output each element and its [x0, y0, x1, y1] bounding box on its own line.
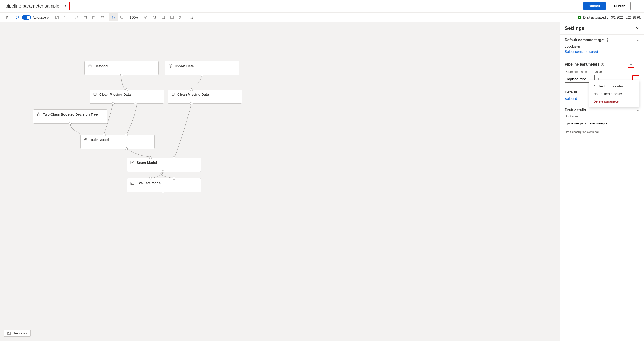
svg-point-14	[172, 93, 174, 94]
params-section: Pipeline parameters i ⌄ Parameter name V…	[560, 58, 644, 87]
save-icon[interactable]	[53, 14, 62, 21]
undo-icon[interactable]	[62, 14, 70, 21]
library-icon[interactable]	[2, 14, 11, 21]
draft-desc-input[interactable]	[565, 135, 639, 146]
header-left: pipeline parameter sample	[6, 2, 70, 10]
chevron-down-icon[interactable]: ⌄	[637, 108, 639, 112]
navigator-button[interactable]: Navigator	[4, 330, 30, 337]
svg-point-11	[88, 64, 91, 65]
node-clean-1[interactable]: Clean Missing Data	[90, 90, 164, 104]
settings-panel: Settings ✕ Default compute target i ⌄ cp…	[560, 22, 644, 341]
database-icon	[88, 64, 92, 68]
status-success-icon	[578, 16, 582, 19]
svg-text:1:1: 1:1	[171, 17, 174, 18]
clean-icon	[171, 92, 175, 96]
submit-button[interactable]: Submit	[584, 2, 606, 10]
toolbar: Autosave on 100% ⌄ 1:1 Draft autosaved o…	[0, 12, 644, 22]
node-two-class-tree[interactable]: Two-Class Boosted Decision Tree	[33, 110, 107, 124]
popup-delete-param[interactable]: Delete parameter	[589, 98, 640, 105]
draft-section: Draft details ⌄ Draft name Draft descrip…	[560, 105, 644, 151]
node-label: Dataset1	[94, 64, 109, 68]
clean-icon	[93, 92, 97, 96]
info-icon[interactable]: i	[601, 63, 604, 66]
navigator-label: Navigator	[12, 331, 27, 335]
pan-icon[interactable]	[109, 14, 118, 21]
publish-button[interactable]: Publish	[609, 2, 630, 10]
draft-name-input[interactable]	[565, 119, 639, 127]
datastore-title: Default	[565, 90, 577, 94]
node-label: Train Model	[90, 138, 109, 142]
info-icon[interactable]: i	[606, 38, 609, 42]
svg-rect-2	[93, 16, 95, 19]
settings-gear-highlight[interactable]	[62, 2, 70, 10]
param-name-label: Parameter name	[565, 70, 592, 74]
fit-icon[interactable]	[159, 14, 168, 21]
svg-point-18	[84, 138, 87, 141]
svg-rect-7	[162, 16, 165, 18]
auto-layout-icon[interactable]	[176, 14, 185, 21]
svg-point-10	[190, 16, 192, 18]
evaluate-icon	[130, 181, 134, 185]
zoom-chevron[interactable]: ⌄	[139, 16, 142, 19]
canvas[interactable]: Dataset1 Import Data Clean Missing Data …	[0, 22, 560, 341]
select-icon[interactable]	[118, 14, 126, 21]
plus-icon	[629, 62, 633, 66]
node-label: Score Model	[136, 160, 157, 164]
actual-size-icon[interactable]: 1:1	[168, 14, 176, 21]
toolbar-left: Autosave on 100% ⌄ 1:1	[2, 14, 196, 21]
autosave-toggle[interactable]	[22, 15, 31, 20]
navigator-icon	[7, 332, 11, 335]
header-right: Submit Publish ···	[584, 2, 638, 10]
add-parameter-button[interactable]	[628, 61, 634, 68]
more-icon[interactable]: ···	[634, 4, 638, 8]
node-score-model[interactable]: Score Model	[127, 158, 201, 172]
param-value-label: Value	[594, 70, 630, 74]
zoom-in-icon[interactable]	[142, 14, 150, 21]
param-name-input[interactable]	[565, 75, 592, 83]
select-compute-link[interactable]: Select compute target	[565, 50, 598, 54]
svg-point-12	[169, 64, 172, 65]
status-text: Draft autosaved on 3/1/2021, 5:26:28 PM	[583, 16, 642, 19]
paste-icon[interactable]	[90, 14, 98, 21]
score-icon	[130, 160, 134, 165]
select-datastore-link[interactable]: Select d	[565, 96, 577, 100]
params-title: Pipeline parameters i	[565, 62, 604, 66]
toolbar-status: Draft autosaved on 3/1/2021, 5:26:28 PM	[578, 16, 642, 19]
compute-value: cpucluster	[565, 44, 639, 48]
page-header: pipeline parameter sample Submit Publish…	[0, 0, 644, 12]
settings-header: Settings ✕	[560, 22, 644, 35]
popup-applied-label: Applied on modules:	[589, 82, 640, 90]
close-icon[interactable]: ✕	[636, 26, 639, 31]
node-clean-2[interactable]: Clean Missing Data	[168, 90, 242, 104]
chevron-down-icon[interactable]: ⌄	[637, 38, 639, 42]
delete-icon[interactable]	[98, 14, 107, 21]
pipeline-title[interactable]: pipeline parameter sample	[6, 4, 60, 9]
pipeline-edges	[0, 22, 560, 341]
node-label: Clean Missing Data	[99, 92, 131, 96]
refresh-icon[interactable]	[13, 14, 22, 21]
node-train-model[interactable]: Train Model	[80, 135, 154, 149]
copy-icon[interactable]	[81, 14, 90, 21]
chevron-down-icon[interactable]: ⌄	[637, 63, 639, 66]
node-evaluate-model[interactable]: Evaluate Model	[127, 178, 201, 192]
parameter-row: Parameter name Value ··· Applied on modu…	[565, 70, 639, 83]
tree-icon	[36, 112, 41, 116]
zoom-out-icon[interactable]	[150, 14, 159, 21]
redo-icon[interactable]	[72, 14, 81, 21]
node-dataset1[interactable]: Dataset1	[84, 61, 159, 75]
train-icon	[84, 138, 88, 142]
param-context-menu: Applied on modules: No applied module De…	[589, 80, 640, 107]
settings-title: Settings	[565, 25, 584, 31]
popup-no-module: No applied module	[589, 90, 640, 98]
draft-name-label: Draft name	[565, 114, 639, 118]
svg-rect-1	[84, 16, 86, 19]
node-label: Clean Missing Data	[178, 92, 209, 96]
compute-section: Default compute target i ⌄ cpucluster Se…	[560, 35, 644, 58]
node-label: Import Data	[175, 64, 194, 68]
node-label: Evaluate Model	[136, 181, 162, 185]
node-import-data[interactable]: Import Data	[165, 61, 239, 75]
import-icon	[168, 64, 172, 68]
search-icon[interactable]	[187, 14, 196, 21]
zoom-level[interactable]: 100%	[128, 16, 139, 19]
svg-point-13	[94, 93, 96, 94]
